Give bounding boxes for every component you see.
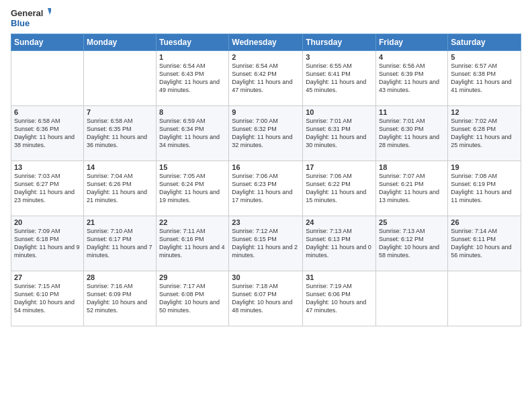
- day-info: Sunrise: 6:54 AMSunset: 6:42 PMDaylight:…: [232, 62, 300, 95]
- day-number: 7: [87, 108, 153, 116]
- day-info: Sunrise: 7:18 AMSunset: 6:07 PMDaylight:…: [232, 282, 300, 315]
- day-info: Sunrise: 7:01 AMSunset: 6:31 PMDaylight:…: [306, 117, 373, 150]
- weekday-header-wednesday: Wednesday: [229, 34, 303, 51]
- calendar-cell: 1Sunrise: 6:54 AMSunset: 6:43 PMDaylight…: [157, 51, 229, 106]
- day-number: 5: [451, 53, 518, 61]
- weekday-header-monday: Monday: [83, 34, 156, 51]
- calendar-cell: 13Sunrise: 7:03 AMSunset: 6:27 PMDayligh…: [11, 161, 84, 216]
- day-info: Sunrise: 7:03 AMSunset: 6:27 PMDaylight:…: [14, 172, 81, 205]
- day-info: Sunrise: 7:10 AMSunset: 6:17 PMDaylight:…: [87, 227, 153, 260]
- calendar-cell: 31Sunrise: 7:19 AMSunset: 6:06 PMDayligh…: [303, 271, 376, 326]
- day-info: Sunrise: 6:54 AMSunset: 6:43 PMDaylight:…: [159, 62, 226, 95]
- day-info: Sunrise: 7:12 AMSunset: 6:15 PMDaylight:…: [232, 227, 300, 260]
- day-info: Sunrise: 7:05 AMSunset: 6:24 PMDaylight:…: [159, 172, 226, 205]
- week-row-1: 1Sunrise: 6:54 AMSunset: 6:43 PMDaylight…: [11, 51, 521, 106]
- calendar-cell: 4Sunrise: 6:56 AMSunset: 6:39 PMDaylight…: [376, 51, 448, 106]
- calendar-cell: 20Sunrise: 7:09 AMSunset: 6:18 PMDayligh…: [11, 216, 84, 271]
- day-info: Sunrise: 7:13 AMSunset: 6:13 PMDaylight:…: [306, 227, 373, 260]
- calendar-cell: 19Sunrise: 7:08 AMSunset: 6:19 PMDayligh…: [448, 161, 521, 216]
- calendar-cell: 24Sunrise: 7:13 AMSunset: 6:13 PMDayligh…: [303, 216, 376, 271]
- logo-svg: General Blue: [11, 7, 51, 30]
- day-number: 20: [14, 218, 81, 226]
- logo: General Blue: [11, 7, 51, 30]
- day-info: Sunrise: 7:09 AMSunset: 6:18 PMDaylight:…: [14, 227, 81, 260]
- calendar-cell: 16Sunrise: 7:06 AMSunset: 6:23 PMDayligh…: [229, 161, 303, 216]
- day-info: Sunrise: 7:02 AMSunset: 6:28 PMDaylight:…: [451, 117, 518, 150]
- svg-text:Blue: Blue: [11, 18, 30, 28]
- weekday-header-saturday: Saturday: [448, 34, 521, 51]
- day-number: 12: [451, 108, 518, 116]
- day-info: Sunrise: 6:58 AMSunset: 6:35 PMDaylight:…: [87, 117, 153, 150]
- day-info: Sunrise: 7:06 AMSunset: 6:22 PMDaylight:…: [306, 172, 373, 205]
- calendar-cell: 7Sunrise: 6:58 AMSunset: 6:35 PMDaylight…: [83, 106, 156, 161]
- day-info: Sunrise: 7:19 AMSunset: 6:06 PMDaylight:…: [306, 282, 373, 315]
- day-info: Sunrise: 6:58 AMSunset: 6:36 PMDaylight:…: [14, 117, 81, 150]
- day-info: Sunrise: 7:13 AMSunset: 6:12 PMDaylight:…: [379, 227, 445, 260]
- calendar-cell: 14Sunrise: 7:04 AMSunset: 6:26 PMDayligh…: [83, 161, 156, 216]
- calendar-cell: 28Sunrise: 7:16 AMSunset: 6:09 PMDayligh…: [83, 271, 156, 326]
- day-number: 17: [306, 163, 373, 171]
- weekday-header-friday: Friday: [376, 34, 448, 51]
- weekday-header-tuesday: Tuesday: [157, 34, 229, 51]
- page: General Blue SundayMondayTuesdayWednesda…: [0, 0, 532, 411]
- calendar-cell: 12Sunrise: 7:02 AMSunset: 6:28 PMDayligh…: [448, 106, 521, 161]
- day-info: Sunrise: 7:16 AMSunset: 6:09 PMDaylight:…: [87, 282, 153, 315]
- calendar-cell: 22Sunrise: 7:11 AMSunset: 6:16 PMDayligh…: [157, 216, 229, 271]
- day-number: 31: [306, 273, 373, 281]
- day-number: 14: [87, 163, 153, 171]
- calendar-cell: [83, 51, 156, 106]
- day-number: 11: [379, 108, 445, 116]
- calendar-cell: [11, 51, 84, 106]
- day-number: 21: [87, 218, 153, 226]
- day-number: 23: [232, 218, 300, 226]
- day-info: Sunrise: 7:17 AMSunset: 6:08 PMDaylight:…: [159, 282, 226, 315]
- calendar-cell: 27Sunrise: 7:15 AMSunset: 6:10 PMDayligh…: [11, 271, 84, 326]
- day-number: 13: [14, 163, 81, 171]
- calendar-cell: 8Sunrise: 6:59 AMSunset: 6:34 PMDaylight…: [157, 106, 229, 161]
- day-number: 29: [159, 273, 226, 281]
- calendar-cell: 25Sunrise: 7:13 AMSunset: 6:12 PMDayligh…: [376, 216, 448, 271]
- day-number: 22: [159, 218, 226, 226]
- day-number: 1: [159, 53, 226, 61]
- day-number: 24: [306, 218, 373, 226]
- day-info: Sunrise: 7:08 AMSunset: 6:19 PMDaylight:…: [451, 172, 518, 205]
- day-info: Sunrise: 6:59 AMSunset: 6:34 PMDaylight:…: [159, 117, 226, 150]
- day-info: Sunrise: 7:04 AMSunset: 6:26 PMDaylight:…: [87, 172, 153, 205]
- calendar-cell: 23Sunrise: 7:12 AMSunset: 6:15 PMDayligh…: [229, 216, 303, 271]
- day-number: 2: [232, 53, 300, 61]
- weekday-header-sunday: Sunday: [11, 34, 84, 51]
- calendar-cell: [376, 271, 448, 326]
- calendar-cell: 29Sunrise: 7:17 AMSunset: 6:08 PMDayligh…: [157, 271, 229, 326]
- day-number: 26: [451, 218, 518, 226]
- svg-marker-2: [48, 8, 51, 15]
- day-number: 19: [451, 163, 518, 171]
- day-info: Sunrise: 7:01 AMSunset: 6:30 PMDaylight:…: [379, 117, 445, 150]
- svg-text:General: General: [11, 8, 43, 18]
- day-info: Sunrise: 7:14 AMSunset: 6:11 PMDaylight:…: [451, 227, 518, 260]
- day-info: Sunrise: 6:57 AMSunset: 6:38 PMDaylight:…: [451, 62, 518, 95]
- day-number: 6: [14, 108, 81, 116]
- calendar-cell: 15Sunrise: 7:05 AMSunset: 6:24 PMDayligh…: [157, 161, 229, 216]
- calendar: SundayMondayTuesdayWednesdayThursdayFrid…: [11, 34, 521, 326]
- week-row-4: 20Sunrise: 7:09 AMSunset: 6:18 PMDayligh…: [11, 216, 521, 271]
- day-number: 9: [232, 108, 300, 116]
- day-number: 28: [87, 273, 153, 281]
- day-info: Sunrise: 7:00 AMSunset: 6:32 PMDaylight:…: [232, 117, 300, 150]
- calendar-cell: [448, 271, 521, 326]
- calendar-cell: 21Sunrise: 7:10 AMSunset: 6:17 PMDayligh…: [83, 216, 156, 271]
- week-row-3: 13Sunrise: 7:03 AMSunset: 6:27 PMDayligh…: [11, 161, 521, 216]
- header: General Blue: [11, 7, 521, 30]
- calendar-cell: 10Sunrise: 7:01 AMSunset: 6:31 PMDayligh…: [303, 106, 376, 161]
- day-number: 18: [379, 163, 445, 171]
- day-number: 10: [306, 108, 373, 116]
- day-number: 16: [232, 163, 300, 171]
- day-number: 30: [232, 273, 300, 281]
- day-number: 25: [379, 218, 445, 226]
- day-info: Sunrise: 7:07 AMSunset: 6:21 PMDaylight:…: [379, 172, 445, 205]
- day-number: 3: [306, 53, 373, 61]
- calendar-cell: 18Sunrise: 7:07 AMSunset: 6:21 PMDayligh…: [376, 161, 448, 216]
- calendar-cell: 26Sunrise: 7:14 AMSunset: 6:11 PMDayligh…: [448, 216, 521, 271]
- day-info: Sunrise: 6:55 AMSunset: 6:41 PMDaylight:…: [306, 62, 373, 95]
- day-info: Sunrise: 7:15 AMSunset: 6:10 PMDaylight:…: [14, 282, 81, 315]
- day-info: Sunrise: 7:11 AMSunset: 6:16 PMDaylight:…: [159, 227, 226, 260]
